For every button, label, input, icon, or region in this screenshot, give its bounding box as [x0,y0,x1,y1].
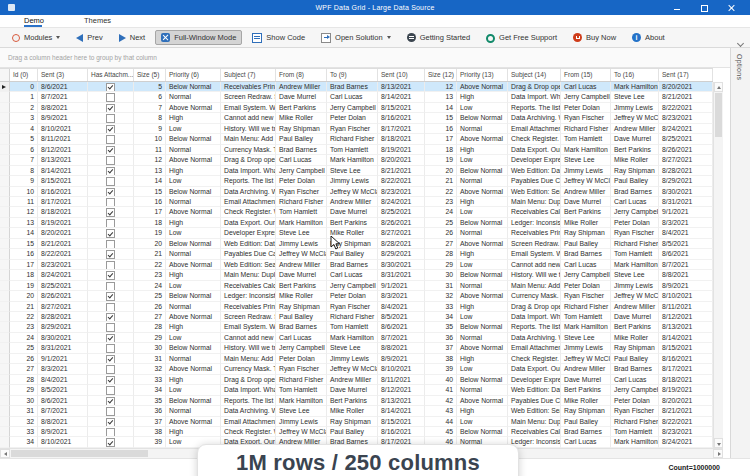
grid-cell[interactable]: 32 [134,364,166,374]
grid-cell[interactable]: 26 [425,228,457,238]
grid-cell[interactable]: 28 [134,322,166,332]
minimize-button[interactable] [672,3,682,13]
grid-cell[interactable]: Email Attachments... [508,124,561,134]
grid-cell[interactable]: Peter Dolan [611,218,659,228]
grid-cell[interactable]: Cannot add new ve... [221,333,276,343]
grid-cell[interactable]: 19 [10,281,38,291]
grid-cell[interactable]: 14 [425,103,457,113]
grid-cell[interactable]: 8/13/2021 [38,155,88,165]
grid-cell[interactable]: 8/31/2021 [38,343,88,353]
grid-cell[interactable]: Dave Murrel [611,134,659,144]
grid-cell[interactable]: 8/24/2021 [659,124,713,134]
grid-cell[interactable] [88,155,134,165]
grid-cell[interactable]: Above Normal [457,82,508,92]
attachment-checkbox[interactable] [106,135,115,144]
grid-cell[interactable]: 18 [10,270,38,280]
grid-cell[interactable]: Tom Hamlett [276,207,327,217]
grid-cell[interactable]: 17 [134,207,166,217]
grid-cell[interactable]: Bert Parkins [611,322,659,332]
grid-cell[interactable]: 8/29/2021 [659,176,713,186]
grid-cell[interactable]: Mike Roller [276,291,327,301]
grid-cell[interactable]: Below Normal [457,427,508,437]
grid-cell[interactable]: Receivables Printin... [221,302,276,312]
grid-cell[interactable]: Normal [457,228,508,238]
grid-cell[interactable]: Mark Hamilton [276,218,327,228]
menu-tab-themes[interactable]: Themes [84,15,111,27]
grid-cell[interactable]: Normal [457,281,508,291]
grid-cell[interactable]: Data Archiving. We... [508,113,561,123]
grid-cell[interactable] [88,291,134,301]
grid-cell[interactable]: 8/7/2021 [38,92,88,102]
grid-cell[interactable]: 15 [134,187,166,197]
close-button[interactable] [726,3,736,13]
grid-cell[interactable]: Jerry Campbell [561,92,611,102]
horizontal-scroll-thumb[interactable] [11,450,148,457]
grid-cell[interactable]: 8/9/2021 [38,427,88,437]
grid-cell[interactable]: 42 [425,396,457,406]
table-row[interactable]: 218/27/202126NormalReceivables Printin..… [0,302,713,312]
column-header-subject-7[interactable]: Subject (7) [221,69,276,81]
grid-cell[interactable]: Jimmy Lewis [276,239,327,249]
grid-cell[interactable]: Above Normal [457,187,508,197]
grid-cell[interactable]: 23 [10,322,38,332]
grid-cell[interactable]: 8/10/2021 [659,291,713,301]
grid-cell[interactable]: Dave Murrel [327,207,378,217]
getting-started-button[interactable]: Getting Started [401,30,476,45]
grid-cell[interactable]: 12 [134,155,166,165]
get-free-support-button[interactable]: Get Free Support [480,30,563,46]
table-row[interactable]: 198/25/202124LowReceivables Calcula...Be… [0,281,713,291]
grid-cell[interactable]: Peter Dolan [327,113,378,123]
grid-cell[interactable]: Mike Roller [276,113,327,123]
grid-cell[interactable]: 8/4/2021 [378,302,425,312]
grid-cell[interactable]: Paul Bailey [561,417,611,427]
grid-cell[interactable]: Low [166,385,221,395]
grid-cell[interactable]: Dave Murrel [611,312,659,322]
grid-cell[interactable]: 29 [134,333,166,343]
grid-cell[interactable]: Developer Express... [508,155,561,165]
grid-cell[interactable]: Main Menu: Duplic... [508,197,561,207]
grid-cell[interactable]: Drag & Drop oper... [508,302,561,312]
grid-cell[interactable]: 16 [134,197,166,207]
grid-cell[interactable]: Reports. The list of... [221,176,276,186]
grid-cell[interactable]: Richard Fisher [611,417,659,427]
grid-cell[interactable]: 8/22/2021 [378,176,425,186]
grid-cell[interactable]: Low [166,333,221,343]
grid-cell[interactable]: Bert Parkins [561,207,611,217]
grid-cell[interactable]: 8/10/2021 [378,364,425,374]
grid-cell[interactable]: Ryan Fischer [561,291,611,301]
grid-cell[interactable]: Carl Lucas [611,375,659,385]
grid-cell[interactable]: 25 [425,218,457,228]
table-row[interactable]: 238/29/202128HighEmail System. Wha...Bra… [0,322,713,332]
column-header-priority-6[interactable]: Priority (6) [166,69,221,81]
scroll-right-arrow-icon[interactable] [713,449,723,458]
grid-cell[interactable]: 8/14/2021 [378,92,425,102]
grid-cell[interactable]: Ledger: Inconsisten... [508,218,561,228]
grid-cell[interactable]: Ray Shipman [561,406,611,416]
grid-cell[interactable]: 35 [425,322,457,332]
show-code-button[interactable]: Show Code [246,30,311,46]
grid-cell[interactable]: Carl Lucas [561,82,611,92]
grid-cell[interactable]: 27 [425,239,457,249]
grid-cell[interactable]: Jimmy Lewis [561,166,611,176]
attachment-checkbox[interactable] [106,344,115,353]
attachment-checkbox[interactable] [106,219,115,228]
grid-cell[interactable]: 11 [10,197,38,207]
grid-cell[interactable] [88,145,134,155]
grid-cell[interactable]: Data Archiving. We... [221,187,276,197]
table-row[interactable]: 308/6/202135Below NormalReports. The lis… [0,396,713,406]
grid-cell[interactable]: 8/18/2021 [38,207,88,217]
grid-cell[interactable]: Andrew Miller [561,187,611,197]
grid-cell[interactable]: 20 [10,291,38,301]
grid-cell[interactable]: Below Normal [457,270,508,280]
grid-cell[interactable]: 8/20/2021 [659,396,713,406]
grid-cell[interactable]: Dave Murrel [327,385,378,395]
grid-cell[interactable]: 9 [134,124,166,134]
grid-cell[interactable]: 8/17/2021 [38,197,88,207]
grid-cell[interactable]: 8/31/2021 [659,197,713,207]
grid-cell[interactable]: 8/15/2021 [659,343,713,353]
grid-cell[interactable]: Peter Dolan [561,281,611,291]
grid-cell[interactable] [88,207,134,217]
grid-cell[interactable]: Low [457,260,508,270]
grid-cell[interactable]: Tom Hamlett [561,134,611,144]
grid-cell[interactable]: 8/29/2021 [38,322,88,332]
